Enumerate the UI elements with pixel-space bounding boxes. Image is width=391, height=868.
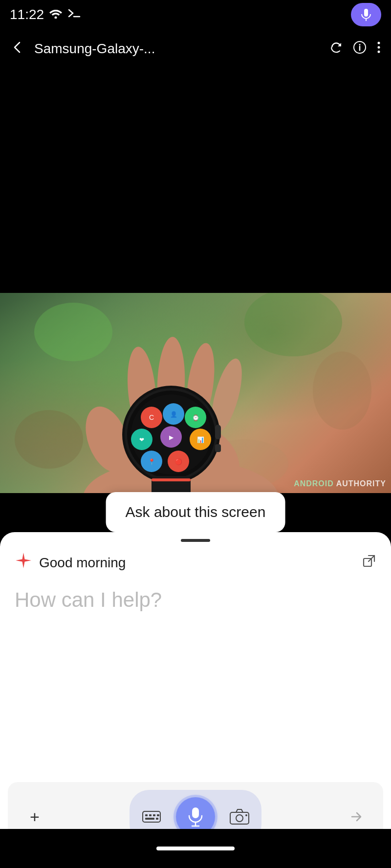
svg-point-8 [378,46,380,48]
status-right [351,3,381,26]
status-bar: 11:22 [0,0,391,29]
reload-icon[interactable] [329,41,343,58]
info-icon[interactable] [353,41,367,58]
svg-rect-50 [145,814,148,816]
sheet-header: Good morning [0,542,391,579]
svg-rect-49 [143,811,160,822]
svg-rect-46 [215,444,221,452]
svg-text:📍: 📍 [148,458,155,465]
url-text[interactable]: Samsung-Galaxy-... [34,41,320,57]
gemini-logo-area: Good morning [15,552,126,574]
svg-rect-45 [215,425,221,439]
watch-watermark: ANDROID AUTHORITY [294,479,386,488]
nav-bar [0,829,391,868]
status-left: 11:22 [10,7,81,22]
svg-rect-54 [156,818,158,820]
svg-text:🔴: 🔴 [175,458,182,465]
svg-point-11 [244,293,342,356]
status-mic-button[interactable] [351,3,381,26]
back-button[interactable] [10,40,24,58]
svg-rect-51 [149,814,152,816]
svg-rect-59 [230,812,249,824]
svg-text:👤: 👤 [170,411,177,418]
svg-point-7 [378,41,380,44]
svg-text:⌚: ⌚ [192,414,199,421]
wifi-icon [49,8,63,21]
svg-rect-53 [145,818,154,820]
more-menu-icon[interactable] [376,41,381,58]
ask-bubble-text: Ask about this screen [126,504,266,520]
terminal-icon [67,8,81,21]
svg-text:📊: 📊 [197,436,204,443]
svg-rect-52 [153,814,155,816]
svg-point-6 [359,44,361,45]
help-placeholder-text[interactable]: How can I help? [0,579,391,777]
ask-bubble[interactable]: Ask about this screen [106,492,285,532]
keyboard-icon[interactable] [139,805,164,829]
camera-icon[interactable] [227,805,252,829]
svg-rect-55 [157,814,159,816]
svg-point-12 [313,351,371,430]
svg-point-13 [15,410,83,469]
svg-rect-56 [192,807,199,818]
svg-point-10 [34,303,112,361]
bottom-sheet: Good morning How can I help? + [0,532,391,868]
gemini-star-icon [15,552,32,574]
svg-rect-44 [152,478,191,481]
svg-text:C: C [149,413,154,421]
watch-image-area: C 👤 ⌚ ❤ ▶ 📊 📍 🔴 ANDROID AUTHORITY [0,293,391,493]
external-link-icon[interactable] [362,554,376,572]
svg-point-0 [55,17,57,19]
greeting-text: Good morning [39,555,126,571]
svg-text:▶: ▶ [169,434,174,441]
svg-point-61 [245,814,247,816]
browser-bar: Samsung-Galaxy-... [0,29,391,68]
browser-icons [329,41,381,58]
home-indicator[interactable] [156,847,235,850]
svg-point-60 [236,815,243,822]
status-time: 11:22 [10,7,44,22]
add-button[interactable]: + [22,805,47,829]
svg-rect-2 [364,9,368,17]
black-content-area [0,68,391,293]
svg-point-9 [378,50,380,53]
svg-text:❤: ❤ [139,436,144,443]
send-button[interactable] [344,805,369,829]
